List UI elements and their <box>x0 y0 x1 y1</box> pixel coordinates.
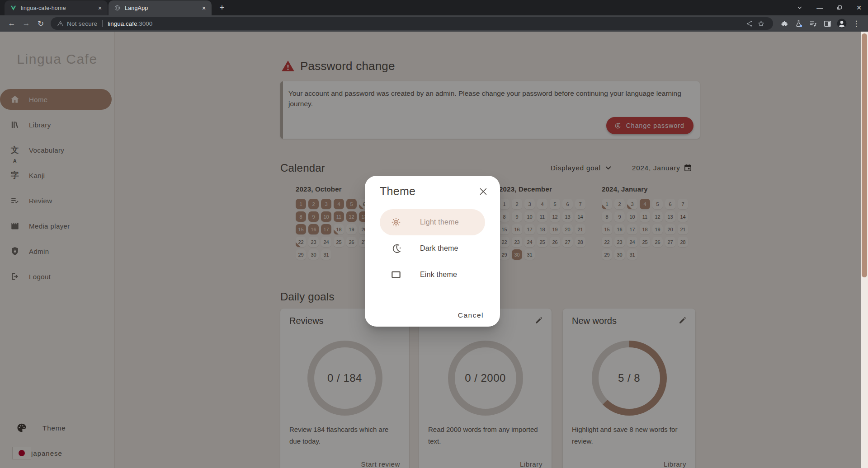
moon-icon <box>390 243 402 254</box>
browser-menu-icon[interactable]: ⋮ <box>850 17 863 30</box>
minimize-button[interactable]: — <box>816 5 823 11</box>
page-scrollbar[interactable] <box>861 32 868 468</box>
theme-option-light-theme[interactable]: Light theme <box>380 209 485 235</box>
window-controls: — ✕ <box>797 0 862 15</box>
close-icon[interactable] <box>478 187 488 197</box>
browser-chrome: lingua-cafe-home × LangApp × + — ✕ ← → ↻… <box>0 0 868 32</box>
theme-option-label: Dark theme <box>420 244 458 253</box>
sun-icon <box>390 216 402 228</box>
new-tab-button[interactable]: + <box>216 2 228 14</box>
tab-lingua-cafe-home[interactable]: lingua-cafe-home × <box>5 0 108 15</box>
forward-button[interactable]: → <box>20 17 33 30</box>
security-label: Not secure <box>67 20 97 27</box>
bookmark-star-button[interactable] <box>755 18 767 29</box>
back-button[interactable]: ← <box>5 17 18 30</box>
theme-option-dark-theme[interactable]: Dark theme <box>380 235 485 262</box>
not-secure-warning-icon[interactable] <box>57 20 64 27</box>
browser-toolbar: ← → ↻ Not secure lingua.cafe :3000 ⋮ <box>0 15 868 32</box>
tab-langapp[interactable]: LangApp × <box>108 0 212 15</box>
tab-title: LangApp <box>125 5 196 11</box>
extensions-icon[interactable] <box>778 17 790 30</box>
reading-list-icon[interactable] <box>807 17 819 30</box>
theme-dialog: Theme Light themeDark themeEink theme Ca… <box>365 176 500 327</box>
share-button[interactable] <box>743 18 755 29</box>
theme-options: Light themeDark themeEink theme <box>380 209 485 288</box>
theme-option-label: Light theme <box>420 218 459 226</box>
tab-title: lingua-cafe-home <box>21 5 92 11</box>
tab-close-icon[interactable]: × <box>200 4 208 12</box>
close-window-button[interactable]: ✕ <box>856 5 862 11</box>
cancel-button[interactable]: Cancel <box>458 311 484 319</box>
url-divider <box>102 20 103 27</box>
tab-strip: lingua-cafe-home × LangApp × + — ✕ <box>0 0 868 15</box>
restore-button[interactable] <box>836 5 843 11</box>
theme-option-eink-theme[interactable]: Eink theme <box>380 262 485 288</box>
tab-search-chevron-icon[interactable] <box>797 5 803 11</box>
globe-favicon-icon <box>114 5 121 11</box>
side-panel-icon[interactable] <box>821 17 834 30</box>
scrollbar-thumb[interactable] <box>862 33 867 277</box>
vue-favicon-icon <box>10 5 17 11</box>
reload-button[interactable]: ↻ <box>34 17 47 30</box>
url-port: :3000 <box>137 20 153 27</box>
labs-flask-icon[interactable] <box>792 17 805 30</box>
eink-icon <box>390 269 402 281</box>
profile-avatar[interactable] <box>835 17 848 30</box>
tab-close-icon[interactable]: × <box>96 4 104 12</box>
address-bar[interactable]: Not secure lingua.cafe :3000 <box>51 17 773 30</box>
dialog-title: Theme <box>380 185 415 198</box>
theme-option-label: Eink theme <box>420 271 457 279</box>
url-host: lingua.cafe <box>108 20 137 27</box>
